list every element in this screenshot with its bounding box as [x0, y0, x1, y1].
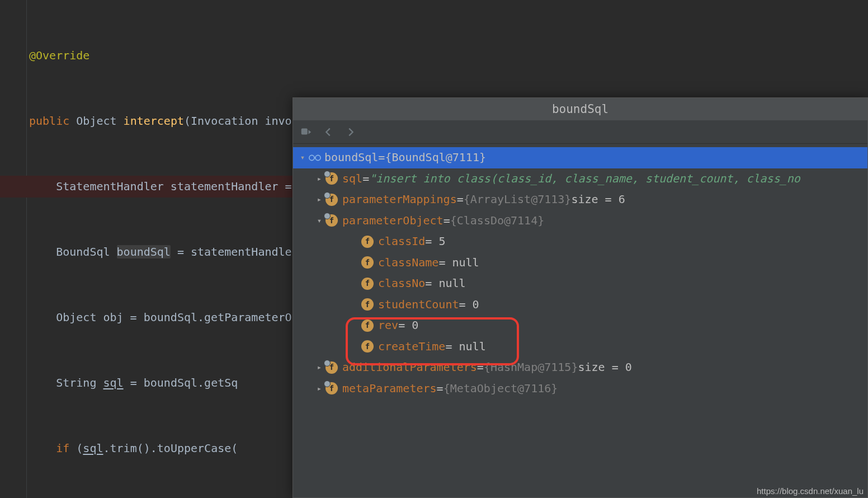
popup-toolbar [293, 120, 867, 144]
variable-tree[interactable]: ▾ boundSql = {BoundSql@7111} ▸ f sql = "… [293, 144, 867, 399]
field-icon: f [326, 214, 338, 227]
field-icon: f [361, 256, 374, 269]
tree-node-createtime[interactable]: f createTime = null [293, 336, 867, 358]
tree-node-parameter-object[interactable]: ▾ f parameterObject = {ClassDo@7114} [293, 210, 867, 232]
field-icon: f [326, 194, 338, 206]
debugger-evaluate-popup[interactable]: boundSql ▾ boundSql = {BoundSql@7111} ▸ … [293, 97, 868, 498]
watch-icon [309, 152, 321, 164]
tree-node-parameter-mappings[interactable]: ▸ f parameterMappings = {ArrayList@7113}… [293, 189, 867, 210]
expand-icon[interactable]: ▸ [313, 168, 326, 190]
field-icon: f [361, 236, 374, 248]
annotation: @Override [29, 49, 89, 62]
forward-icon[interactable] [345, 126, 357, 138]
back-icon[interactable] [322, 126, 334, 138]
code-line: @Override [0, 45, 868, 67]
field-icon: f [326, 361, 338, 374]
watermark: https://blog.csdn.net/xuan_lu [757, 486, 864, 496]
field-icon: f [361, 298, 374, 311]
expand-icon[interactable]: ▸ [313, 357, 326, 378]
popup-title: boundSql [293, 98, 867, 120]
tree-root[interactable]: ▾ boundSql = {BoundSql@7111} [293, 147, 867, 168]
tree-node-studentcount[interactable]: f studentCount = 0 [293, 294, 867, 316]
tree-node-sql[interactable]: ▸ f sql = "insert into class(class_id, c… [293, 168, 867, 190]
expand-icon[interactable]: ▸ [313, 378, 326, 400]
field-icon: f [361, 340, 374, 353]
field-icon: f [326, 172, 338, 185]
field-icon: f [326, 382, 338, 394]
tree-node-meta-parameters[interactable]: ▸ f metaParameters = {MetaObject@7116} [293, 378, 867, 400]
tree-node-classno[interactable]: f classNo = null [293, 273, 867, 294]
collapse-icon[interactable]: ▾ [296, 147, 309, 168]
set-value-icon[interactable] [300, 126, 312, 138]
tree-node-classname[interactable]: f className = null [293, 252, 867, 274]
field-icon: f [361, 278, 374, 290]
svg-point-1 [309, 155, 314, 160]
svg-rect-0 [301, 128, 308, 134]
tree-node-additional-parameters[interactable]: ▸ f additionalParameters = {HashMap@7115… [293, 357, 867, 378]
tree-node-classid[interactable]: f classId = 5 [293, 231, 867, 252]
expand-icon[interactable]: ▸ [313, 189, 326, 210]
tree-node-rev[interactable]: f rev = 0 [293, 315, 867, 336]
field-icon: f [361, 320, 374, 332]
svg-point-2 [315, 155, 320, 160]
collapse-icon[interactable]: ▾ [313, 210, 326, 232]
